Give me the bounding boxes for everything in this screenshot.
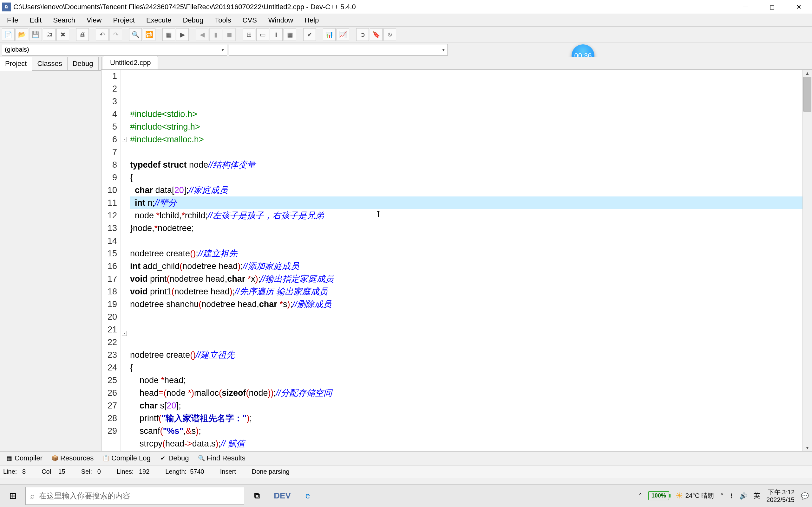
- code-line[interactable]: nodetree shanchu(nodetree head,char *s);…: [130, 298, 812, 311]
- code-line[interactable]: #include<malloc.h>: [130, 133, 812, 146]
- code-line[interactable]: nodetree create();//建立祖先: [130, 247, 812, 260]
- code-line[interactable]: [130, 146, 812, 158]
- bottom-tab-find-results[interactable]: 🔍Find Results: [194, 453, 249, 464]
- save-all-icon[interactable]: 🗂: [43, 28, 55, 41]
- window-grid-icon[interactable]: ▦: [284, 28, 296, 41]
- redo-icon[interactable]: ↷: [109, 28, 122, 41]
- code-line[interactable]: node *lchild,*rchild;//左孩子是孩子，右孩子是兄弟: [130, 209, 812, 222]
- sound-icon[interactable]: 🔊: [740, 492, 747, 500]
- menu-view[interactable]: View: [81, 14, 107, 26]
- editor-tab[interactable]: Untitled2.cpp: [103, 56, 158, 69]
- members-combo[interactable]: ▼: [229, 44, 448, 55]
- menu-search[interactable]: Search: [47, 14, 81, 26]
- code-line[interactable]: strcpy(head->data,s);// 赋值: [130, 437, 812, 450]
- code-line[interactable]: nodetree create()//建立祖先: [130, 349, 812, 361]
- bottom-tab-compiler[interactable]: ▦Compiler: [2, 453, 46, 464]
- new-file-icon[interactable]: 📄: [2, 28, 14, 41]
- code-line[interactable]: node *head;: [130, 374, 812, 387]
- debug-step-icon[interactable]: ◀: [196, 28, 208, 41]
- scroll-thumb[interactable]: [803, 77, 811, 112]
- replace-icon[interactable]: 🔁: [143, 28, 155, 41]
- open-file-icon[interactable]: 📂: [15, 28, 28, 41]
- scroll-up-icon[interactable]: ▲: [803, 70, 812, 77]
- tray-chevron-icon[interactable]: ˄: [639, 492, 642, 500]
- bottom-tab-compile-log[interactable]: 📋Compile Log: [99, 453, 154, 464]
- menu-cvs[interactable]: CVS: [237, 14, 263, 26]
- code-line[interactable]: int add_child(nodetree head);//添加家庭成员: [130, 260, 812, 273]
- window-tile-icon[interactable]: ⊞: [243, 28, 255, 41]
- debug-next-icon[interactable]: ▮: [209, 28, 222, 41]
- menu-tools[interactable]: Tools: [209, 14, 237, 26]
- minimize-button[interactable]: ─: [732, 0, 759, 14]
- save-icon[interactable]: 💾: [29, 28, 42, 41]
- side-tab-project[interactable]: Project: [0, 57, 32, 71]
- bottom-tab-debug[interactable]: ✔Debug: [156, 453, 193, 464]
- code-line[interactable]: {: [130, 361, 812, 374]
- menu-execute[interactable]: Execute: [141, 14, 177, 26]
- tray-chevron-icon[interactable]: ˄: [720, 492, 723, 500]
- scope-combo[interactable]: (globals) ▼: [2, 44, 227, 55]
- window-split-icon[interactable]: ⫿: [270, 28, 283, 41]
- start-button[interactable]: ⊞: [0, 485, 26, 507]
- menu-help[interactable]: Help: [299, 14, 324, 26]
- notifications-icon[interactable]: 💬: [801, 492, 809, 500]
- bookmark-icon[interactable]: 🔖: [370, 28, 383, 41]
- wifi-icon[interactable]: ⌇: [730, 492, 733, 500]
- close-file-icon[interactable]: ✖: [56, 28, 69, 41]
- code-line[interactable]: #include<string.h>: [130, 120, 812, 133]
- print-icon[interactable]: 🖨: [76, 28, 89, 41]
- code-line[interactable]: head->n=1;//分配辈分: [130, 450, 812, 451]
- goto-icon[interactable]: ➲: [356, 28, 369, 41]
- code-line[interactable]: typedef struct node//结构体变量: [130, 158, 812, 171]
- devcpp-taskbar-icon[interactable]: DEV: [270, 485, 295, 507]
- undo-icon[interactable]: ↶: [96, 28, 108, 41]
- code-line[interactable]: [130, 336, 812, 349]
- chart-icon[interactable]: 📊: [323, 28, 336, 41]
- code-area[interactable]: I #include<stdio.h>#include<string.h>#in…: [128, 70, 812, 451]
- taskbar-search[interactable]: ⌕ 在这里输入你要搜索的内容: [26, 487, 244, 505]
- scroll-down-icon[interactable]: ▼: [803, 444, 812, 451]
- window-cascade-icon[interactable]: ▭: [256, 28, 269, 41]
- bottom-tab-resources[interactable]: 📦Resources: [48, 453, 97, 464]
- code-editor[interactable]: 1234567891011121314151617181920212223242…: [101, 70, 812, 451]
- side-tab-debug[interactable]: Debug: [67, 57, 99, 70]
- compile-icon[interactable]: ▦: [162, 28, 175, 41]
- check-icon[interactable]: ✔: [303, 28, 316, 41]
- maximize-button[interactable]: ◻: [759, 0, 785, 14]
- find-icon[interactable]: 🔍: [129, 28, 142, 41]
- clock[interactable]: 下午 3:12 2022/5/15: [766, 488, 795, 504]
- profile-icon[interactable]: 📈: [337, 28, 349, 41]
- code-line[interactable]: [130, 234, 812, 247]
- code-line[interactable]: scanf("%s",&s);: [130, 425, 812, 437]
- fold-toggle-icon[interactable]: -: [122, 137, 127, 142]
- code-line[interactable]: char s[20];: [130, 399, 812, 412]
- code-line[interactable]: printf("输入家谱祖先名字：");: [130, 412, 812, 425]
- battery-indicator[interactable]: 100%: [648, 491, 669, 500]
- ime-indicator[interactable]: 英: [754, 492, 760, 500]
- fold-toggle-icon[interactable]: -: [122, 331, 127, 336]
- code-line[interactable]: [130, 323, 812, 336]
- menu-edit[interactable]: Edit: [24, 14, 47, 26]
- code-line[interactable]: head=(node *)malloc(sizeof(node));//分配存储…: [130, 387, 812, 399]
- menu-file[interactable]: File: [1, 14, 24, 26]
- code-line[interactable]: [130, 311, 812, 323]
- code-line[interactable]: {: [130, 171, 812, 184]
- edge-taskbar-icon[interactable]: e: [295, 485, 320, 507]
- run-icon[interactable]: ▶: [176, 28, 189, 41]
- menu-window[interactable]: Window: [263, 14, 299, 26]
- code-line[interactable]: #include<stdio.h>: [130, 108, 812, 120]
- code-line[interactable]: char data[20];//家庭成员: [130, 184, 812, 196]
- code-line[interactable]: void print1(nodetree head);//先序遍历 输出家庭成员: [130, 285, 812, 298]
- close-button[interactable]: ✕: [785, 0, 812, 14]
- debug-stop-icon[interactable]: ◼: [223, 28, 236, 41]
- fold-gutter[interactable]: --: [120, 70, 128, 451]
- menu-project[interactable]: Project: [107, 14, 140, 26]
- exit-icon[interactable]: ⎋: [384, 28, 396, 41]
- code-line[interactable]: }node,*nodetree;: [130, 222, 812, 234]
- weather-widget[interactable]: ☀ 24°C 晴朗: [676, 491, 714, 501]
- side-tab-classes[interactable]: Classes: [32, 57, 67, 70]
- code-line[interactable]: void print(nodetree head,char *x);//输出指定…: [130, 273, 812, 285]
- menu-debug[interactable]: Debug: [177, 14, 209, 26]
- code-line[interactable]: int n;//辈分: [130, 196, 812, 209]
- task-view-icon[interactable]: ⧉: [244, 485, 270, 507]
